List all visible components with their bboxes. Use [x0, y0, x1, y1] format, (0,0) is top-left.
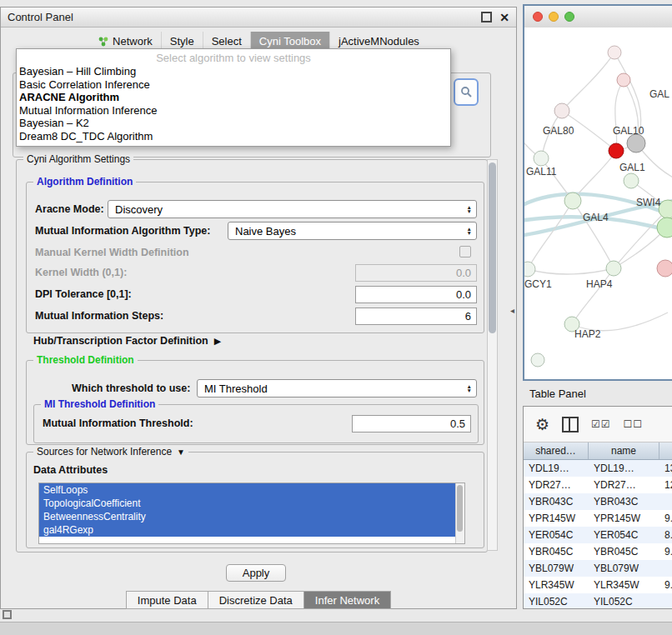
network-node-label: GAL80: [543, 125, 574, 137]
table-column-header[interactable]: [659, 442, 672, 459]
dropdown-placeholder: Select algorithm to view settings: [17, 51, 450, 65]
table-column-header[interactable]: shared…: [524, 442, 589, 459]
aracne-mode-combobox[interactable]: Discovery ▲▼: [108, 200, 477, 218]
minimize-traffic-light-icon[interactable]: [549, 12, 559, 22]
table-cell: 9.: [659, 546, 672, 558]
list-scrollbar-thumb[interactable]: [457, 485, 463, 532]
network-edge: [572, 268, 614, 324]
network-node[interactable]: [627, 134, 645, 152]
which-threshold-label: Which threshold to use:: [72, 382, 190, 394]
table-row[interactable]: YIL052CYIL052C: [524, 593, 672, 609]
table-cell: YPR145W: [524, 512, 589, 524]
algorithm-option[interactable]: Basic Correlation Inference: [17, 78, 450, 92]
network-node[interactable]: [609, 143, 624, 158]
select-all-checkboxes-icon[interactable]: ☑☑: [591, 418, 611, 430]
field-value: 6: [465, 310, 471, 322]
list-scrollbar[interactable]: [455, 483, 464, 543]
sources-group: Sources for Network Inference ▼ Data Att…: [26, 452, 484, 548]
network-edge: [562, 52, 614, 111]
kernel-width-field[interactable]: 0.0: [355, 264, 477, 282]
float-window-icon[interactable]: [481, 12, 492, 22]
panel-corner-icon[interactable]: [3, 610, 12, 619]
network-window-titlebar[interactable]: [524, 6, 672, 28]
table-row[interactable]: YLR345WYLR345W9.: [524, 577, 672, 593]
mi-steps-label: Mutual Information Steps:: [35, 310, 163, 322]
algorithm-option[interactable]: Bayesian – Hill Climbing: [17, 65, 450, 78]
table-panel-window: ⚙ ☑☑ ☐☐ shared…name YDL19…YDL19…13YDR27……: [523, 406, 672, 609]
sources-group-title[interactable]: Sources for Network Inference ▼: [33, 446, 188, 458]
algorithm-option[interactable]: Mutual Information Inference: [17, 104, 450, 118]
tab-label: Impute Data: [138, 594, 197, 607]
table-cell: 8.: [659, 529, 672, 541]
network-node-label: GAL: [649, 88, 669, 100]
network-node[interactable]: [657, 260, 672, 277]
tab-label: jActiveMNodules: [339, 35, 419, 48]
network-node[interactable]: [624, 173, 639, 188]
mi-steps-field[interactable]: 6: [355, 308, 477, 325]
table-row[interactable]: YBR043CYBR043C: [524, 493, 672, 510]
network-node[interactable]: [534, 151, 549, 166]
network-canvas[interactable]: GALGAL80GAL10GAL11GAL1SWI4GAL4GCY1HAP4HA…: [524, 28, 672, 379]
gear-icon[interactable]: ⚙: [535, 417, 549, 432]
table-cell: YBR045C: [524, 546, 589, 558]
apply-button[interactable]: Apply: [226, 564, 286, 582]
field-value: 0.5: [450, 418, 465, 430]
data-attribute-item[interactable]: TopologicalCoefficient: [39, 497, 455, 510]
tab-label: Style: [170, 35, 194, 48]
algorithm-help-button[interactable]: [454, 78, 479, 106]
settings-scrollbar[interactable]: [487, 159, 498, 551]
hub-transcription-factor-section[interactable]: Hub/Transcription Factor Definition ▶: [33, 335, 221, 347]
table-cell: 12: [659, 479, 672, 491]
table-toolbar: ⚙ ☑☑ ☐☐: [524, 407, 672, 442]
columns-icon[interactable]: [562, 417, 579, 432]
data-attribute-item[interactable]: SelfLoops: [39, 483, 455, 497]
table-row[interactable]: YDL19…YDL19…13: [524, 460, 672, 477]
mi-threshold-definition-title: MI Threshold Definition: [41, 398, 158, 410]
table-cell: YER054C: [589, 529, 659, 541]
network-node[interactable]: [564, 192, 581, 209]
close-traffic-light-icon[interactable]: [533, 12, 543, 22]
tab-impute-data[interactable]: Impute Data: [126, 591, 208, 609]
data-attributes-list[interactable]: SelfLoopsTopologicalCoefficientBetweenne…: [38, 482, 465, 544]
algorithm-definition-group: Algorithm Definition Aracne Mode: Discov…: [26, 182, 484, 333]
manual-kernel-width-checkbox[interactable]: [459, 246, 471, 258]
network-node[interactable]: [554, 103, 569, 118]
network-node[interactable]: [531, 353, 544, 367]
network-node[interactable]: [608, 46, 621, 59]
settings-scrollbar-thumb[interactable]: [489, 162, 496, 333]
dpi-tolerance-field[interactable]: 0.0: [355, 286, 477, 303]
mi-threshold-field[interactable]: 0.5: [352, 415, 471, 432]
deselect-all-checkboxes-icon[interactable]: ☐☐: [624, 418, 644, 430]
table-header: shared…name: [524, 442, 672, 460]
network-node[interactable]: [524, 262, 535, 277]
table-row[interactable]: YER054CYER054C8.: [524, 527, 672, 543]
close-icon[interactable]: ✕: [499, 12, 509, 23]
data-attribute-item[interactable]: BetweennessCentrality: [39, 510, 455, 523]
network-node[interactable]: [617, 73, 630, 87]
algorithm-option[interactable]: Dream8 DC_TDC Algorithm: [17, 130, 450, 143]
algorithm-option[interactable]: Bayesian – K2: [17, 117, 450, 130]
table-row[interactable]: YBL079WYBL079W: [524, 560, 672, 577]
algorithm-option[interactable]: ARACNE Algorithm: [17, 91, 450, 104]
tab-discretize-data[interactable]: Discretize Data: [208, 591, 304, 609]
combo-arrows-icon: ▲▼: [467, 384, 472, 393]
table-cell: YER054C: [524, 529, 589, 541]
network-node-label: GAL10: [613, 125, 644, 137]
table-row[interactable]: YPR145WYPR145W9.: [524, 510, 672, 527]
network-node[interactable]: [606, 261, 621, 276]
table-row[interactable]: YDR27…YDR27…12: [524, 477, 672, 493]
table-row[interactable]: YBR045CYBR045C9.: [524, 543, 672, 560]
mi-algorithm-type-combobox[interactable]: Naive Bayes ▲▼: [228, 222, 477, 240]
zoom-traffic-light-icon[interactable]: [564, 12, 574, 22]
table-column-header[interactable]: name: [589, 442, 659, 459]
tab-infer-network[interactable]: Infer Network: [304, 591, 391, 609]
table-panel-title: Table Panel: [529, 388, 586, 400]
splitter-collapse-icon[interactable]: ◂: [510, 306, 514, 315]
network-view-window: GALGAL80GAL10GAL11GAL1SWI4GAL4GCY1HAP4HA…: [523, 4, 672, 381]
field-value: 0.0: [456, 288, 471, 301]
control-panel-titlebar[interactable]: Control Panel ✕: [1, 8, 516, 28]
network-edge: [615, 80, 624, 151]
which-threshold-combobox[interactable]: MI Threshold ▲▼: [197, 379, 477, 398]
threshold-definition-group: Threshold Definition Which threshold to …: [26, 360, 484, 445]
data-attribute-item[interactable]: gal4RGexp: [39, 523, 455, 537]
